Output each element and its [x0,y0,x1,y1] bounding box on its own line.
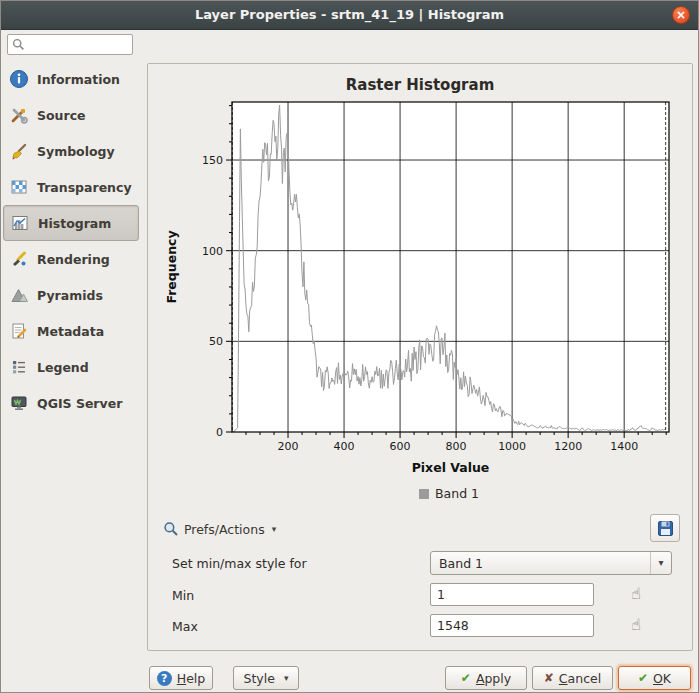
svg-text:0: 0 [216,426,223,439]
apply-check-icon: ✔ [461,672,471,684]
search-icon [12,38,25,51]
source-icon [7,104,31,126]
prefs-magnifier-icon [163,521,179,537]
sidebar-item-information[interactable]: Information [1,61,141,97]
close-icon: × [676,8,686,22]
sidebar-item-pyramids[interactable]: Pyramids [1,277,141,313]
legend-icon [7,356,31,378]
set-max-from-canvas-icon[interactable]: ☝ [626,614,646,636]
symbology-icon [7,140,31,162]
svg-text:800: 800 [446,440,467,453]
max-input[interactable] [430,614,594,637]
style-label: Style [244,671,275,686]
set-minmax-label: Set min/max style for [172,556,307,571]
ok-button[interactable]: ✔ OK [618,666,691,690]
sidebar-nav: Information Source Symbology Transparenc… [1,61,141,421]
min-input[interactable] [430,583,594,606]
sidebar-item-label: Information [37,72,120,87]
sidebar-item-qgis-server[interactable]: QGIS Server [1,385,141,421]
chart-legend: Band 1 [177,486,699,501]
svg-text:400: 400 [334,440,355,453]
ok-label: OK [653,671,671,686]
set-min-from-canvas-icon[interactable]: ☝ [626,583,646,605]
prefs-actions-label: Prefs/Actions [184,522,265,537]
rendering-icon [7,248,31,270]
band-select[interactable]: Band 1 ▾ [430,551,672,575]
titlebar[interactable]: Layer Properties - srtm_41_19 | Histogra… [1,1,698,30]
sidebar-item-rendering[interactable]: Rendering [1,241,141,277]
sidebar-item-source[interactable]: Source [1,97,141,133]
sidebar: Information Source Symbology Transparenc… [1,29,141,692]
svg-text:Pixel Value: Pixel Value [412,460,490,475]
server-icon [7,392,31,414]
sidebar-item-label: Legend [37,360,89,375]
band-select-value: Band 1 [431,556,650,571]
save-icon [657,520,674,537]
svg-text:150: 150 [202,154,223,167]
sidebar-item-symbology[interactable]: Symbology [1,133,141,169]
histogram-icon [8,212,32,234]
sidebar-item-label: Source [37,108,86,123]
cancel-label: Cancel [559,671,601,686]
chevron-down-icon: ▾ [650,552,671,574]
metadata-icon [7,320,31,342]
sidebar-item-metadata[interactable]: Metadata [1,313,141,349]
info-icon [7,68,31,90]
chevron-down-icon: ▾ [284,673,289,683]
svg-text:100: 100 [202,245,223,258]
help-label: Help [177,671,206,686]
sidebar-item-label: QGIS Server [37,396,122,411]
legend-swatch [419,489,429,499]
svg-text:1200: 1200 [554,440,582,453]
cancel-button[interactable]: ✘ Cancel [532,666,613,690]
cancel-cross-icon: ✘ [544,672,554,684]
histogram-chart[interactable]: 200400600800100012001400050100150Pixel V… [152,96,692,478]
sidebar-item-transparency[interactable]: Transparency [1,169,141,205]
prefs-actions-button[interactable]: Prefs/Actions ▾ [156,516,283,542]
sidebar-item-label: Histogram [38,216,111,231]
apply-label: Apply [476,671,511,686]
svg-text:1000: 1000 [498,440,526,453]
sidebar-item-label: Rendering [37,252,110,267]
max-label: Max [172,619,198,634]
svg-text:50: 50 [209,335,223,348]
svg-text:200: 200 [278,440,299,453]
sidebar-search [7,34,133,55]
svg-text:1400: 1400 [610,440,638,453]
search-input[interactable] [25,35,129,54]
layer-properties-dialog: Layer Properties - srtm_41_19 | Histogra… [0,0,699,693]
transparency-icon [7,176,31,198]
svg-text:600: 600 [390,440,411,453]
style-button[interactable]: Style ▾ [233,666,299,690]
save-histogram-button[interactable] [650,514,680,542]
sidebar-item-label: Symbology [37,144,115,159]
sidebar-item-label: Metadata [37,324,104,339]
help-icon: ? [157,671,172,686]
legend-label: Band 1 [435,486,479,501]
close-button[interactable]: × [672,6,690,24]
help-button[interactable]: ? Help [149,666,213,690]
min-label: Min [172,588,194,603]
chart-title: Raster Histogram [148,76,692,94]
sidebar-item-histogram[interactable]: Histogram [3,205,139,241]
sidebar-item-legend[interactable]: Legend [1,349,141,385]
sidebar-item-label: Pyramids [37,288,103,303]
ok-check-icon: ✔ [638,672,648,684]
pyramids-icon [7,284,31,306]
window-title: Layer Properties - srtm_41_19 | Histogra… [1,7,698,22]
histogram-panel: Raster Histogram 20040060080010001200140… [147,63,693,651]
svg-text:Frequency: Frequency [164,230,179,303]
apply-button[interactable]: ✔ Apply [445,666,527,690]
chevron-down-icon: ▾ [272,524,277,534]
sidebar-item-label: Transparency [37,180,132,195]
